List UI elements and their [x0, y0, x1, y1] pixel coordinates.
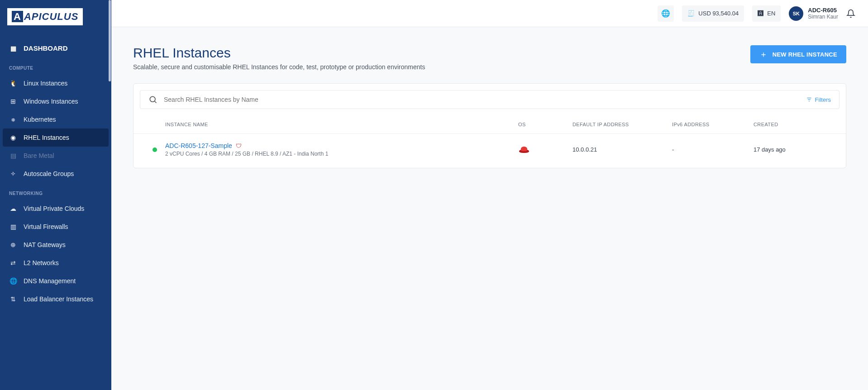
sidebar-scrollbar[interactable] — [109, 0, 111, 81]
sidebar-label: DNS Management — [24, 277, 76, 285]
table-row[interactable]: ADC-R605-127-Sample 🛡 2 vCPU Cores / 4 G… — [134, 134, 846, 168]
sidebar-label-dashboard: DASHBOARD — [24, 44, 68, 52]
new-instance-label: NEW RHEL INSTANCE — [773, 51, 837, 58]
sidebar-item-dns[interactable]: 🌐 DNS Management — [0, 272, 111, 290]
th-ipv6: IPv6 ADDRESS — [672, 122, 754, 127]
sidebar-item-windows[interactable]: ⊞ Windows Instances — [0, 92, 111, 110]
bell-icon — [846, 9, 855, 18]
sidebar-item-baremetal: ▤ Bare Metal — [0, 147, 111, 165]
language-text: EN — [767, 10, 775, 17]
topbar: 🌐 🧾 USD 93,540.04 🅰 EN SK ADC-R605 Simra… — [111, 0, 868, 27]
sidebar-item-rhel[interactable]: ◉ RHEL Instances — [3, 128, 109, 147]
nat-icon: ⊕ — [9, 241, 17, 248]
instance-spec: 2 vCPU Cores / 4 GB RAM / 25 GB / RHEL 8… — [165, 151, 518, 157]
content: RHEL Instances Scalable, secure and cust… — [111, 27, 868, 390]
linux-icon: 🐧 — [9, 80, 17, 87]
sidebar-label: RHEL Instances — [24, 134, 69, 141]
sidebar-item-linux[interactable]: 🐧 Linux Instances — [0, 74, 111, 92]
user-menu[interactable]: SK ADC-R605 Simran Kaur — [789, 6, 838, 21]
sidebar-section-networking: NETWORKING — [0, 183, 111, 200]
sidebar-label: Virtual Private Clouds — [24, 205, 84, 212]
windows-icon: ⊞ — [9, 98, 17, 105]
language-chip[interactable]: 🅰 EN — [752, 5, 781, 22]
globe-icon: 🌐 — [661, 9, 670, 18]
sidebar-label: Windows Instances — [24, 98, 78, 105]
translate-icon: 🅰 — [758, 10, 763, 17]
plus-icon: ＋ — [759, 49, 768, 60]
table-header: INSTANCE NAME OS DEFAULT IP ADDRESS IPv6… — [134, 115, 846, 134]
svg-line-1 — [155, 101, 157, 103]
l2-icon: ⇄ — [9, 259, 17, 266]
page-header: RHEL Instances Scalable, secure and cust… — [133, 45, 846, 71]
sidebar-item-vfw[interactable]: ▥ Virtual Firewalls — [0, 218, 111, 236]
notifications-button[interactable] — [846, 9, 855, 18]
baremetal-icon: ▤ — [9, 152, 17, 159]
svg-point-0 — [150, 96, 155, 102]
sidebar-item-l2[interactable]: ⇄ L2 Networks — [0, 254, 111, 272]
sidebar-item-kubernetes[interactable]: ⎈ Kubernetes — [0, 110, 111, 128]
search-icon — [148, 95, 157, 104]
sidebar-label: Bare Metal — [24, 152, 54, 159]
new-instance-button[interactable]: ＋ NEW RHEL INSTANCE — [750, 45, 846, 63]
cloud-icon: ☁ — [9, 205, 17, 212]
firewall-icon: ▥ — [9, 223, 17, 230]
page-subtitle: Scalable, secure and customisable RHEL I… — [133, 63, 425, 71]
search-row: Filters — [140, 90, 839, 109]
sidebar-label: Linux Instances — [24, 80, 67, 87]
th-created: CREATED — [754, 122, 835, 127]
th-name: INSTANCE NAME — [165, 122, 518, 127]
sidebar-item-vpc[interactable]: ☁ Virtual Private Clouds — [0, 200, 111, 218]
ipv6-cell: - — [672, 146, 754, 153]
instances-card: Filters INSTANCE NAME OS DEFAULT IP ADDR… — [133, 83, 846, 168]
balance-chip[interactable]: 🧾 USD 93,540.04 — [682, 5, 744, 22]
instance-name: ADC-R605-127-Sample — [165, 142, 232, 149]
dashboard-icon: ▦ — [9, 45, 17, 52]
main: 🌐 🧾 USD 93,540.04 🅰 EN SK ADC-R605 Simra… — [111, 0, 868, 390]
sidebar-item-nat[interactable]: ⊕ NAT Gateways — [0, 236, 111, 254]
user-name: Simran Kaur — [808, 14, 838, 20]
page-title: RHEL Instances — [133, 45, 425, 61]
filters-label: Filters — [815, 96, 831, 103]
brand-text: APICULUS — [24, 11, 78, 22]
avatar-initials: SK — [793, 11, 800, 16]
sidebar-label: NAT Gateways — [24, 241, 66, 248]
autoscale-icon: ✧ — [9, 170, 17, 177]
sidebar-item-lb[interactable]: ⇅ Load Balancer Instances — [0, 290, 111, 308]
lb-icon: ⇅ — [9, 295, 17, 303]
ip-cell: 10.0.0.21 — [572, 146, 672, 153]
th-os: OS — [518, 122, 572, 127]
os-cell — [518, 146, 572, 154]
instance-name-link[interactable]: ADC-R605-127-Sample 🛡 — [165, 142, 242, 149]
shield-icon: 🛡 — [236, 143, 242, 149]
user-text: ADC-R605 Simran Kaur — [808, 7, 838, 20]
sidebar-item-autoscale[interactable]: ✧ Autoscale Groups — [0, 165, 111, 183]
sidebar-label: Autoscale Groups — [24, 170, 74, 177]
kubernetes-icon: ⎈ — [9, 116, 17, 123]
filters-button[interactable]: Filters — [806, 96, 831, 103]
sidebar-section-compute: COMPUTE — [0, 57, 111, 74]
dns-icon: 🌐 — [9, 277, 17, 285]
sidebar-item-dashboard[interactable]: ▦ DASHBOARD — [0, 39, 111, 57]
rhel-icon: ◉ — [9, 134, 17, 141]
sidebar-label: L2 Networks — [24, 259, 59, 266]
sidebar-label: Kubernetes — [24, 116, 56, 123]
balance-text: USD 93,540.04 — [698, 10, 739, 17]
filter-icon — [806, 96, 812, 103]
sidebar: AAPICULUS ▦ DASHBOARD COMPUTE 🐧 Linux In… — [0, 0, 111, 390]
sidebar-label: Virtual Firewalls — [24, 223, 68, 230]
status-indicator — [153, 147, 157, 152]
th-ip: DEFAULT IP ADDRESS — [572, 122, 672, 127]
wallet-icon: 🧾 — [687, 10, 695, 17]
globe-button[interactable]: 🌐 — [658, 5, 674, 22]
redhat-icon — [518, 146, 530, 154]
account-code: ADC-R605 — [808, 7, 838, 14]
avatar: SK — [789, 6, 803, 21]
search-input[interactable] — [164, 96, 800, 103]
logo[interactable]: AAPICULUS — [0, 0, 111, 39]
sidebar-label: Load Balancer Instances — [24, 295, 93, 303]
created-cell: 17 days ago — [754, 146, 835, 153]
instances-table: INSTANCE NAME OS DEFAULT IP ADDRESS IPv6… — [134, 115, 846, 168]
